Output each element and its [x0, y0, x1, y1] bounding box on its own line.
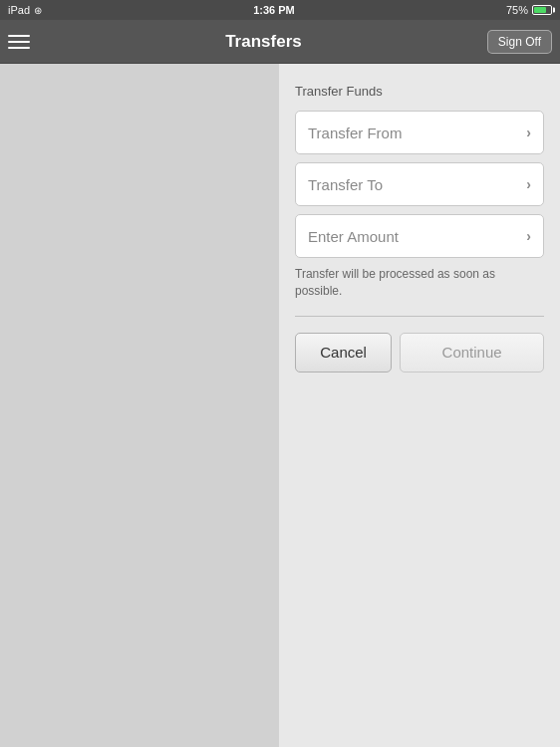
battery-icon: [532, 5, 552, 15]
continue-button[interactable]: Continue: [400, 333, 544, 373]
info-text: Transfer will be processed as soon as po…: [295, 266, 544, 300]
status-right: 75%: [506, 4, 552, 16]
status-bar: iPad ⊛ 1:36 PM 75%: [0, 0, 560, 20]
status-left: iPad ⊛: [8, 4, 42, 16]
menu-line-3: [8, 47, 30, 49]
wifi-icon: ⊛: [34, 5, 42, 16]
enter-amount-chevron-icon: ›: [526, 228, 531, 244]
section-title: Transfer Funds: [295, 84, 544, 99]
nav-bar: Transfers Sign Off: [0, 20, 560, 64]
menu-button[interactable]: [8, 26, 40, 58]
status-time: 1:36 PM: [253, 4, 295, 16]
divider: [295, 316, 544, 317]
transfer-from-chevron-icon: ›: [526, 124, 531, 140]
transfer-to-label: Transfer To: [308, 176, 383, 193]
device-label: iPad: [8, 4, 30, 16]
enter-amount-row[interactable]: Enter Amount ›: [295, 214, 544, 258]
transfer-to-chevron-icon: ›: [526, 176, 531, 192]
page-title: Transfers: [40, 32, 487, 52]
menu-line-2: [8, 41, 30, 43]
battery-percent-label: 75%: [506, 4, 528, 16]
battery-fill: [534, 7, 546, 13]
battery-container: [532, 5, 552, 15]
right-panel: Transfer Funds Transfer From › Transfer …: [279, 64, 560, 747]
action-buttons: Cancel Continue: [295, 333, 544, 373]
transfer-from-label: Transfer From: [308, 124, 402, 141]
main-layout: Transfer Funds Transfer From › Transfer …: [0, 64, 560, 747]
cancel-button[interactable]: Cancel: [295, 333, 392, 373]
transfer-to-row[interactable]: Transfer To ›: [295, 162, 544, 206]
transfer-from-row[interactable]: Transfer From ›: [295, 111, 544, 154]
menu-line-1: [8, 35, 30, 37]
enter-amount-label: Enter Amount: [308, 228, 399, 245]
sign-off-button[interactable]: Sign Off: [487, 30, 552, 54]
left-panel: [0, 64, 279, 747]
